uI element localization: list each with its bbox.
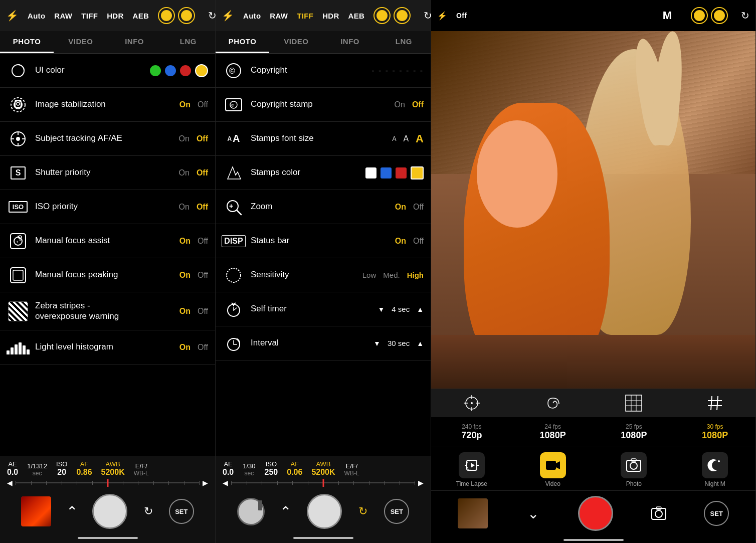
setting-light-level[interactable]: Light level histogram On Off [0,330,215,365]
setting-zebra-stripes[interactable]: Zebra stripes -overexposure warning On O… [0,292,215,330]
manual-focus-peaking-on[interactable]: On [179,271,191,280]
flash-icon-left[interactable]: ⚡ [6,10,19,22]
setting-copyright[interactable]: © Copyright - - - - - - - - [216,54,431,88]
setting-interval[interactable]: Interval ▼ 30 sec ▲ [216,326,431,360]
thumbnail-left[interactable] [21,496,51,526]
manual-focus-assist-off[interactable]: Off [198,237,208,246]
image-stabilization-controls[interactable]: On Off [179,100,208,109]
subject-tracking-off[interactable]: Off [197,134,208,143]
interval-up[interactable]: ▲ [417,339,424,347]
interval-down[interactable]: ▼ [373,339,381,347]
set-button-mid[interactable]: SET [384,499,409,524]
setting-stamps-font-size[interactable]: AA Stamps font size A A A [216,122,431,156]
image-stabilization-off[interactable]: Off [198,100,208,109]
zoom-off[interactable]: Off [413,203,424,212]
sensitivity-low[interactable]: Low [362,271,376,279]
slider-arrow-right-left[interactable]: ▶ [203,479,208,487]
iso-priority-off[interactable]: Off [197,203,208,212]
camera-view[interactable] [431,31,755,389]
timer-circles-right[interactable] [691,7,728,24]
font-size-large[interactable]: A [416,132,424,145]
font-size-small[interactable]: A [392,135,396,142]
tab-video-left[interactable]: VIDEO [54,31,107,53]
shutter-button-mid2[interactable] [307,494,342,529]
raw-mid[interactable]: RAW [270,12,288,20]
tab-photo-mid[interactable]: PHOTO [216,31,269,53]
mode-photo[interactable]: Photo [594,452,675,487]
tiff-left[interactable]: TIFF [81,12,98,20]
sensitivity-controls[interactable]: Low Med. High [362,271,424,279]
setting-shutter-priority[interactable]: S Shutter priority On Off [0,156,215,190]
copyright-stamp-on[interactable]: On [395,100,405,109]
slider-arrow-left[interactable]: ◀ [7,479,13,487]
tab-lng-left[interactable]: LNG [161,31,215,53]
tiff-mid[interactable]: TIFF [297,12,313,20]
manual-focus-assist-controls[interactable]: On Off [179,237,208,246]
tab-info-mid[interactable]: INFO [323,31,377,53]
reticle-crosshair[interactable] [431,394,512,412]
ui-color-controls[interactable] [150,64,208,77]
image-stabilization-on[interactable]: On [179,100,191,109]
font-size-medium[interactable]: A [403,134,409,143]
copyright-stamp-controls[interactable]: On Off [395,100,424,109]
stamp-color-white[interactable] [365,167,376,178]
slider-arrow-right-mid[interactable]: ▶ [418,479,424,487]
sensitivity-med[interactable]: Med. [383,271,400,279]
aeb-mid[interactable]: AEB [348,12,365,20]
shutter-button-mid[interactable] [237,498,265,525]
color-green[interactable] [150,65,161,76]
color-blue[interactable] [165,65,176,76]
timer-icon-mid[interactable]: ↻ [350,499,375,524]
tab-info-left[interactable]: INFO [108,31,161,53]
fps-240[interactable]: 240 fps 720p [431,421,512,443]
flash-icon-right[interactable]: ⚡ [437,11,447,21]
color-red[interactable] [180,65,191,76]
timer-circles-left[interactable] [158,7,195,24]
setting-zoom[interactable]: + Zoom On Off [216,190,431,224]
stamps-font-size-controls[interactable]: A A A [392,132,424,145]
setting-stamps-color[interactable]: Stamps color [216,156,431,190]
fps-30[interactable]: 30 fps 1080P [674,421,755,443]
zoom-on[interactable]: On [395,203,406,212]
setting-manual-focus-assist[interactable]: + Manual focus assist On Off [0,224,215,258]
fps-25[interactable]: 25 fps 1080P [594,421,675,443]
zebra-stripes-on[interactable]: On [179,307,191,316]
manual-focus-assist-on[interactable]: On [179,237,191,246]
mode-timelapse[interactable]: Time Lapse [431,452,512,487]
slider-arrow-left-mid[interactable]: ◀ [223,479,228,487]
rotate-icon-right[interactable]: ↻ [741,10,749,22]
aeb-left[interactable]: AEB [133,12,149,20]
stamp-color-red[interactable] [396,167,407,178]
setting-sensitivity[interactable]: Sensitivity Low Med. High [216,258,431,292]
setting-copyright-stamp[interactable]: © Copyright stamp On Off [216,88,431,122]
color-yellow[interactable] [195,64,208,77]
slider-track-left[interactable] [16,482,200,483]
shutter-priority-on[interactable]: On [179,168,190,177]
setting-status-bar[interactable]: DISP Status bar On Off [216,224,431,258]
copyright-controls[interactable]: - - - - - - - - [371,66,424,75]
zoom-controls[interactable]: On Off [395,203,424,212]
status-bar-controls[interactable]: On Off [395,237,424,246]
set-button-right[interactable]: SET [704,501,729,526]
reticle-spiral[interactable] [512,394,594,412]
chevron-up-left[interactable]: ⌃ [59,499,84,524]
timer-icon-left[interactable]: ↻ [136,499,161,524]
reticle-hash[interactable] [674,394,755,412]
self-timer-down[interactable]: ▼ [377,305,385,313]
setting-subject-tracking[interactable]: Subject tracking AF/AE On Off [0,122,215,156]
chevron-down-right[interactable]: ⌄ [520,501,545,526]
setting-iso-priority[interactable]: ISO ISO priority On Off [0,190,215,224]
camera-icon-right[interactable] [646,501,671,526]
timer-circles-mid[interactable] [373,7,411,24]
stamp-color-blue[interactable] [381,167,392,178]
thumbnail-right[interactable] [458,498,488,528]
subject-tracking-controls[interactable]: On Off [179,134,208,143]
record-button-right[interactable] [578,496,613,531]
self-timer-controls[interactable]: ▼ 4 sec ▲ [377,305,424,313]
manual-focus-peaking-controls[interactable]: On Off [179,271,208,280]
chevron-up-mid[interactable]: ⌃ [273,499,298,524]
tab-photo-left[interactable]: PHOTO [0,31,54,53]
stamps-color-controls[interactable] [365,166,424,179]
manual-focus-peaking-off[interactable]: Off [198,271,208,280]
reticle-grid[interactable] [594,394,675,412]
